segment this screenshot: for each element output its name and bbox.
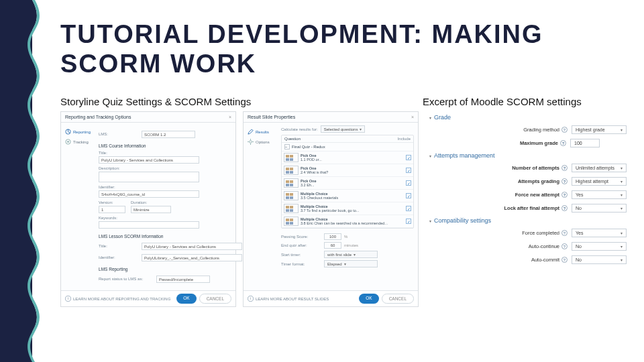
wave-decoration: [0, 0, 48, 362]
section-grade[interactable]: ▾Grade: [429, 114, 627, 121]
cancel-button[interactable]: CANCEL: [199, 294, 231, 304]
help-icon[interactable]: ?: [561, 192, 568, 198]
help-icon[interactable]: ?: [561, 257, 568, 263]
cancel-button[interactable]: CANCEL: [382, 294, 414, 304]
end-after-input[interactable]: 60: [324, 242, 341, 249]
slide-thumbnail: [284, 217, 299, 226]
include-checkbox[interactable]: ✓: [406, 193, 411, 198]
duration-select[interactable]: Minimize: [131, 206, 171, 213]
max-grade-input[interactable]: 100: [570, 139, 600, 147]
question-list: Pick One1.1 POD or... ✓ Pick One2.4 What…: [282, 152, 413, 228]
sidebar-item-tracking[interactable]: Tracking: [64, 137, 92, 147]
help-icon[interactable]: ?: [561, 205, 568, 211]
help-icon[interactable]: ?: [561, 127, 568, 133]
calc-select[interactable]: Selected questions▾: [321, 125, 366, 133]
keywords-label: Keywords:: [99, 216, 242, 220]
lesson-title-label: Title:: [99, 244, 138, 248]
force-completed-select[interactable]: Yes▾: [572, 229, 627, 237]
info-icon: i: [65, 296, 71, 302]
auto-commit-label: Auto-commit?: [487, 257, 568, 263]
force-new-attempt-label: Force new attempt?: [487, 192, 568, 198]
question-header: Question: [284, 137, 301, 141]
lms-select[interactable]: SCORM 1.2: [142, 131, 195, 138]
include-checkbox[interactable]: ✓: [406, 206, 411, 211]
sidebar-label: Results: [256, 130, 269, 134]
caption-left: Storyline Quiz Settings & SCORM Settings: [60, 96, 423, 107]
auto-continue-label: Auto-continue?: [487, 243, 568, 249]
learn-more-link[interactable]: LEARN MORE ABOUT REPORTING AND TRACKING: [73, 297, 170, 301]
graph-icon: [65, 129, 71, 135]
auto-commit-select[interactable]: No▾: [572, 255, 627, 264]
calc-label: Calculate results for:: [281, 127, 318, 131]
question-row[interactable]: Pick One1.1 POD or... ✓: [282, 152, 413, 164]
section-compat[interactable]: ▾Compatibility settings: [429, 217, 627, 224]
svg-text:i: i: [68, 297, 68, 301]
question-row[interactable]: Pick One2.4 What is that? ✓: [282, 164, 413, 177]
force-new-attempt-select[interactable]: Yes▾: [572, 190, 627, 199]
course-info-section: LMS Course Information: [99, 143, 242, 148]
attempts-grading-select[interactable]: Highest attempt▾: [572, 177, 627, 186]
sidebar-item-results[interactable]: Results: [246, 127, 274, 137]
auto-continue-select[interactable]: No▾: [572, 242, 627, 251]
report-status-label: Report status to LMS as:: [99, 277, 152, 281]
lesson-id-input[interactable]: PolyULibrary_-_Services_and_Collections: [142, 254, 242, 261]
attempts-grading-label: Attempts grading?: [487, 178, 568, 184]
percent-unit: %: [344, 235, 347, 239]
sidebar-item-reporting[interactable]: Reporting: [64, 127, 92, 137]
report-status-select[interactable]: Passed/Incomplete: [156, 276, 210, 283]
svg-point-5: [250, 141, 252, 143]
final-quiz-label: Final Quiz - Redux: [292, 145, 325, 149]
timer-format-select[interactable]: Elapsed▾: [324, 260, 378, 267]
lock-after-final-select[interactable]: No▾: [572, 204, 627, 213]
close-button[interactable]: ×: [229, 115, 231, 119]
identifier-input[interactable]: S4xzh4xQ6G_course_id: [99, 190, 199, 198]
caption-right: Excerpt of Moodle SCORM settings: [423, 96, 582, 107]
description-label: Description:: [99, 166, 242, 170]
sidebar-item-options[interactable]: Options: [246, 137, 274, 147]
sidebar-label: Tracking: [73, 140, 89, 144]
slide-thumbnail: [284, 191, 299, 200]
question-row[interactable]: Multiple Choice3.7 To find a particular …: [282, 202, 413, 215]
close-button[interactable]: ×: [411, 115, 414, 119]
ok-button[interactable]: OK: [359, 294, 378, 304]
sidebar-label: Options: [256, 140, 270, 144]
keywords-input[interactable]: [99, 221, 199, 229]
help-icon[interactable]: ?: [561, 178, 568, 184]
description-input[interactable]: [99, 172, 199, 182]
help-icon[interactable]: ?: [561, 243, 568, 249]
target-icon: [65, 139, 71, 145]
help-icon[interactable]: ?: [561, 165, 568, 171]
svg-point-2: [67, 141, 69, 143]
num-attempts-select[interactable]: Unlimited attempts▾: [572, 164, 627, 172]
slide-thumbnail: [284, 166, 299, 175]
timer-format-label: Timer format:: [281, 262, 321, 266]
num-attempts-label: Number of attempts?: [487, 165, 568, 171]
slide-thumbnail: [284, 153, 299, 162]
title-input[interactable]: PolyU Library - Services and Collections: [99, 156, 199, 164]
lms-label: LMS:: [99, 132, 138, 136]
learn-more-link[interactable]: LEARN MORE ABOUT RESULT SLIDES: [256, 297, 329, 301]
version-input[interactable]: 1: [99, 206, 125, 213]
grading-method-select[interactable]: Highest grade▾: [572, 125, 627, 134]
lock-after-final-label: Lock after final attempt?: [487, 205, 568, 211]
question-row[interactable]: Pick One3.2 Eh... ✓: [282, 177, 413, 190]
help-icon[interactable]: ?: [560, 140, 566, 146]
passing-score-input[interactable]: 100: [324, 233, 341, 240]
section-attempts[interactable]: ▾Attempts management: [429, 152, 627, 159]
force-completed-label: Force completed?: [487, 230, 568, 236]
start-timer-label: Start timer:: [281, 253, 321, 257]
start-timer-select[interactable]: with first slide▾: [324, 251, 378, 258]
question-row[interactable]: Multiple Choice3.8 Eric Chan can be sear…: [282, 215, 413, 228]
include-checkbox[interactable]: ✓: [406, 180, 411, 186]
identifier-label: Identifier:: [99, 185, 242, 189]
include-checkbox[interactable]: ✓: [406, 168, 411, 173]
include-checkbox[interactable]: ✓: [406, 155, 411, 160]
question-row[interactable]: Multiple Choice3.5 Checkout materials ✓: [282, 190, 413, 202]
help-icon[interactable]: ?: [561, 230, 568, 236]
expand-toggle[interactable]: −: [284, 144, 290, 149]
max-grade-label: Maximum grade?: [486, 140, 566, 146]
lesson-title-input[interactable]: PolyU Library - Services and Collections: [142, 243, 242, 250]
include-checkbox[interactable]: ✓: [406, 219, 411, 224]
ok-button[interactable]: OK: [176, 294, 196, 304]
result-slide-dialog: Result Slide Properties × Results Option…: [243, 111, 419, 307]
